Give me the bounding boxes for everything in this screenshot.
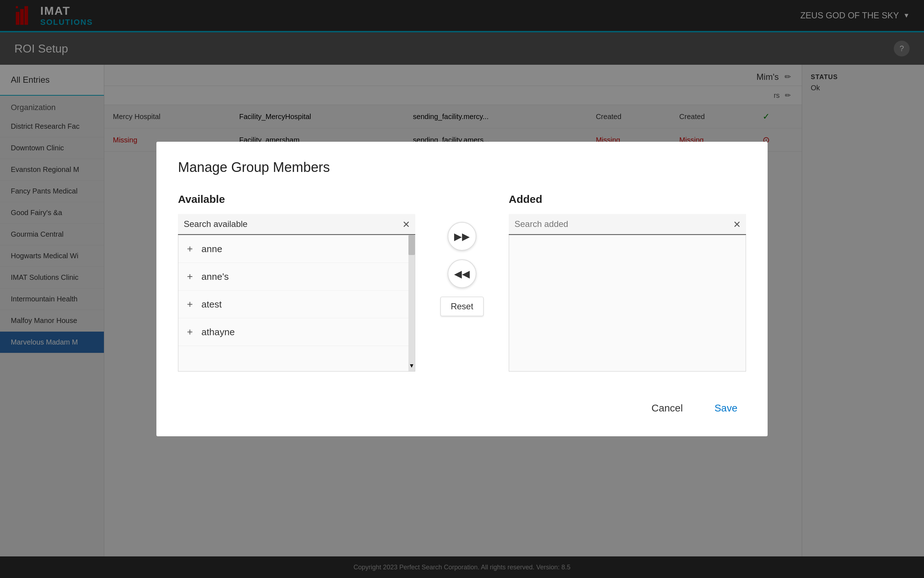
list-item-annes[interactable]: + anne's — [178, 263, 415, 291]
reset-button[interactable]: Reset — [441, 297, 484, 316]
save-button[interactable]: Save — [706, 398, 746, 418]
add-icon: + — [187, 243, 193, 255]
transfer-back-icon: ◀◀ — [454, 268, 470, 280]
add-icon: + — [187, 271, 193, 283]
list-item-label: athayne — [201, 326, 235, 338]
list-item-atest[interactable]: + atest — [178, 291, 415, 318]
transfer-controls: ▶▶ ◀◀ Reset — [437, 193, 487, 316]
list-item-label: atest — [201, 299, 222, 310]
added-column: Added ✕ — [509, 193, 746, 372]
added-list — [509, 235, 746, 372]
available-title: Available — [178, 193, 415, 205]
scroll-down-arrow[interactable]: ▼ — [409, 360, 415, 371]
scrollbar-thumb[interactable] — [409, 235, 415, 255]
transfer-back-button[interactable]: ◀◀ — [447, 259, 477, 288]
added-title: Added — [509, 193, 746, 205]
modal-title: Manage Group Members — [178, 160, 746, 175]
list-item-label: anne — [201, 244, 222, 255]
available-list: + anne + anne's + atest + athayne — [178, 235, 415, 372]
cancel-button[interactable]: Cancel — [643, 398, 691, 418]
scrollbar-track: ▼ — [409, 235, 415, 371]
add-icon: + — [187, 299, 193, 310]
search-available-clear-button[interactable]: ✕ — [402, 219, 410, 230]
add-icon: + — [187, 326, 193, 338]
modal-overlay: Manage Group Members Available ✕ + anne … — [0, 0, 924, 578]
search-added-clear-button[interactable]: ✕ — [733, 219, 741, 230]
list-item-anne[interactable]: + anne — [178, 235, 415, 263]
modal-columns: Available ✕ + anne + anne's + — [178, 193, 746, 372]
available-column: Available ✕ + anne + anne's + — [178, 193, 415, 372]
modal-dialog: Manage Group Members Available ✕ + anne … — [156, 142, 768, 436]
transfer-forward-button[interactable]: ▶▶ — [447, 222, 477, 251]
search-added-input[interactable] — [509, 214, 746, 235]
search-available-wrapper: ✕ — [178, 214, 415, 235]
search-added-wrapper: ✕ — [509, 214, 746, 235]
search-available-input[interactable] — [178, 214, 415, 235]
transfer-forward-icon: ▶▶ — [454, 231, 470, 242]
list-item-label: anne's — [201, 271, 229, 283]
modal-footer: Cancel Save — [178, 390, 746, 418]
list-item-athayne[interactable]: + athayne — [178, 318, 415, 346]
